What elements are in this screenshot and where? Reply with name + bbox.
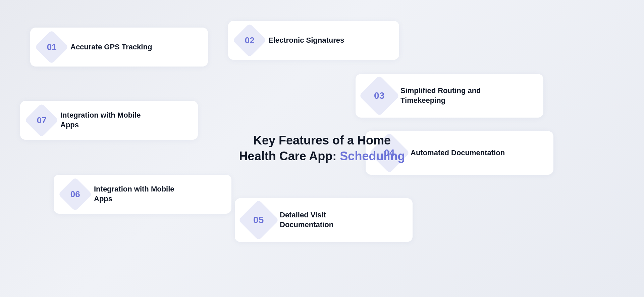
feature-number-01: 01 xyxy=(47,43,57,51)
feature-number-02: 02 xyxy=(245,36,255,45)
feature-card-02: 02 Electronic Signatures xyxy=(228,21,399,60)
feature-label-01: Accurate GPS Tracking xyxy=(70,42,152,52)
diamond-07: 07 xyxy=(24,103,59,137)
feature-label-05: Detailed VisitDocumentation xyxy=(280,210,333,229)
feature-number-03: 03 xyxy=(374,91,384,100)
diamond-06: 06 xyxy=(58,177,92,211)
feature-label-07: Integration with MobileApps xyxy=(60,111,141,130)
title-line1: Key Features of a Home xyxy=(239,133,405,148)
feature-label-04: Automated Documentation xyxy=(411,148,505,158)
feature-card-03: 03 Simplified Routing andTimekeeping xyxy=(356,74,543,118)
diamond-05: 05 xyxy=(238,200,279,241)
feature-number-06: 06 xyxy=(70,190,80,199)
diamond-03: 03 xyxy=(359,75,400,116)
diamond-01: 01 xyxy=(35,30,69,64)
diamond-02: 02 xyxy=(232,23,267,57)
feature-label-02: Electronic Signatures xyxy=(268,36,344,45)
feature-card-06: 06 Integration with MobileApps xyxy=(54,175,231,214)
title-line2: Health Care App: Scheduling xyxy=(239,148,405,164)
title-accent: Scheduling xyxy=(340,149,405,163)
feature-card-07: 07 Integration with MobileApps xyxy=(20,101,198,140)
center-title: Key Features of a Home Health Care App: … xyxy=(239,133,405,164)
feature-number-07: 07 xyxy=(37,116,47,125)
feature-card-05: 05 Detailed VisitDocumentation xyxy=(235,198,413,242)
feature-label-03: Simplified Routing andTimekeeping xyxy=(400,86,481,105)
feature-number-05: 05 xyxy=(253,215,264,225)
feature-label-06: Integration with MobileApps xyxy=(94,184,174,204)
feature-card-01: 01 Accurate GPS Tracking xyxy=(30,28,208,67)
